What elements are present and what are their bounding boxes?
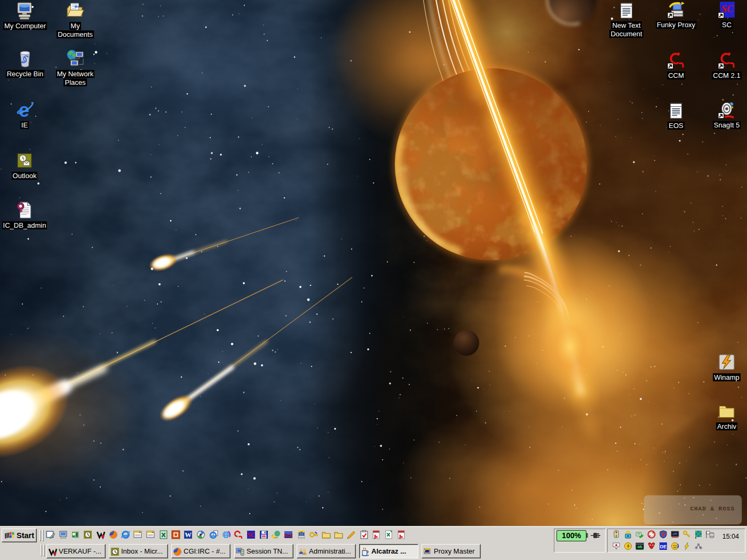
svg-text:ACE: ACE bbox=[284, 533, 293, 538]
svg-text:SC: SC bbox=[247, 532, 255, 539]
svg-text:CHAD & ROSS: CHAD & ROSS bbox=[690, 506, 735, 512]
svg-text:W: W bbox=[185, 531, 192, 539]
svg-text:DE: DE bbox=[660, 544, 667, 549]
